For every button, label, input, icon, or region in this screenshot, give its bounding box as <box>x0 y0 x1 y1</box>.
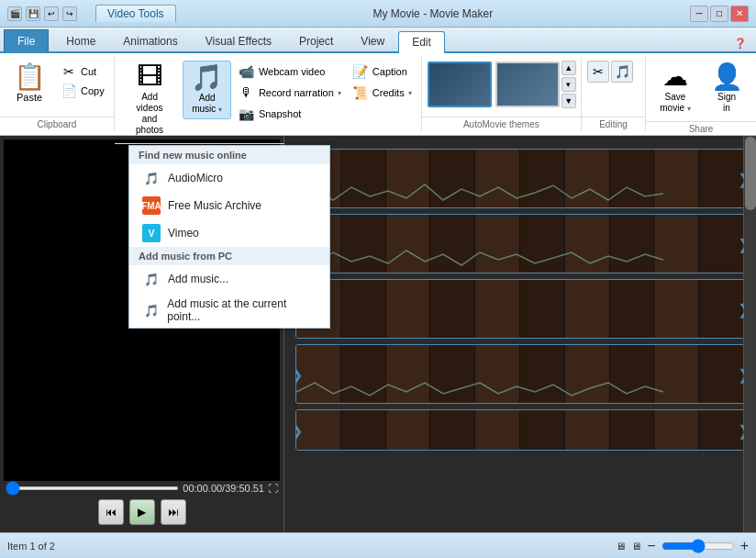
music-edit-button[interactable]: 🎵 <box>611 61 633 83</box>
share-label: Share <box>646 121 756 136</box>
tab-project[interactable]: Project <box>285 29 347 51</box>
main-area: 00:00.00/39:50.51 ⛶ ⏮ ▶ ⏭ <box>0 136 756 532</box>
free-music-archive-item[interactable]: FMA Free Music Archive <box>129 192 329 219</box>
find-music-online-title: Find new music online <box>129 146 329 164</box>
add-videos-icon: 🎞 <box>137 64 162 90</box>
add-videos-button[interactable]: 🎞 Add videosand photos <box>120 61 180 140</box>
maximize-button[interactable]: □ <box>710 6 728 22</box>
video-tools-label: Video Tools <box>95 5 176 22</box>
save-quick-icon[interactable]: 💾 <box>26 6 40 21</box>
add-music-button[interactable]: 🎵 Addmusic ▾ <box>183 61 230 119</box>
share-group: ☁ Savemovie ▾ 👤 Signin Share <box>646 57 756 131</box>
ribbon-tabs: File Home Animations Visual Effects Proj… <box>0 28 756 53</box>
status-item-text: Item 1 of 2 <box>7 541 55 552</box>
monitor-icon-2: 🖥 <box>631 541 641 552</box>
zoom-slider[interactable] <box>662 539 735 553</box>
tab-view[interactable]: View <box>347 29 398 51</box>
status-right: 🖥 🖥 − + <box>616 538 749 554</box>
webcam-label: Webcam video <box>259 66 326 77</box>
add-music-label: Addmusic ▾ <box>192 93 222 115</box>
close-button[interactable]: ✕ <box>730 6 749 22</box>
webcam-icon: 📹 <box>239 64 255 79</box>
save-movie-label: Savemovie ▾ <box>660 92 690 114</box>
zoom-minus-button[interactable]: − <box>647 538 655 554</box>
add-videos-label: Add videosand photos <box>128 92 172 136</box>
snapshot-label: Snapshot <box>259 108 301 119</box>
preview-time-bar: 00:00.00/39:50.51 ⛶ <box>4 481 280 496</box>
copy-label: Copy <box>81 85 105 96</box>
add-music-icon: 🎵 <box>191 65 223 91</box>
undo-icon[interactable]: ↩ <box>44 6 59 21</box>
window-controls[interactable]: ─ □ ✕ <box>690 6 749 22</box>
record-icon: 🎙 <box>239 85 255 100</box>
snapshot-icon: 📷 <box>239 106 255 121</box>
film-strip-2[interactable] <box>295 214 745 273</box>
trim-button[interactable]: ✂ <box>587 61 609 83</box>
preview-slider[interactable] <box>6 486 179 490</box>
caption-button[interactable]: 📝 Caption <box>349 62 416 81</box>
credits-dropdown-arrow: ▾ <box>408 89 412 97</box>
theme-2[interactable] <box>495 61 560 107</box>
editing-label: Editing <box>582 117 645 131</box>
copy-icon: 📄 <box>61 84 77 98</box>
prev-frame-button[interactable]: ⏮ <box>98 499 124 525</box>
film-strip-1[interactable] <box>295 149 745 208</box>
redo-icon[interactable]: ↪ <box>62 6 77 21</box>
tab-edit[interactable]: Edit <box>398 31 445 53</box>
clipboard-label: Clipboard <box>0 117 114 131</box>
cut-icon: ✂ <box>61 64 77 79</box>
automovie-label: AutoMovie themes <box>422 117 581 131</box>
audiomicro-icon: 🎵 <box>142 169 161 187</box>
record-narration-label: Record narration <box>259 87 334 98</box>
tab-home[interactable]: Home <box>52 29 109 51</box>
preview-controls: ⏮ ▶ ⏭ <box>4 496 280 529</box>
next-frame-button[interactable]: ⏭ <box>161 499 186 525</box>
zoom-plus-button[interactable]: + <box>740 538 749 554</box>
sign-in-button[interactable]: 👤 Signin <box>703 61 750 117</box>
sign-in-label: Signin <box>717 92 736 114</box>
ribbon: 📋 Paste ✂ Cut 📄 Copy Clipboard 🎞 Add vid… <box>0 53 756 136</box>
timeline-scrollbar[interactable] <box>743 136 756 532</box>
help-button[interactable]: ❓ <box>728 36 752 51</box>
theme-scroll-dropdown[interactable]: ▾ <box>561 77 576 92</box>
vimeo-item[interactable]: V Vimeo <box>129 219 329 247</box>
tab-file[interactable]: File <box>4 29 49 51</box>
copy-button[interactable]: 📄 Copy <box>57 82 108 100</box>
cut-button[interactable]: ✂ Cut <box>57 62 108 81</box>
editing-group: ✂ 🎵 Editing <box>582 57 646 131</box>
snapshot-button[interactable]: 📷 Snapshot <box>235 105 345 123</box>
theme-scroll-up[interactable]: ▲ <box>561 61 576 75</box>
paste-button[interactable]: 📋 Paste <box>6 61 53 106</box>
timeline-scroll-thumb[interactable] <box>745 137 756 210</box>
theme-scroll-down[interactable]: ▼ <box>561 94 576 108</box>
credits-icon: 📜 <box>352 85 369 100</box>
play-button[interactable]: ▶ <box>129 499 155 525</box>
film-strip-5[interactable] <box>295 409 745 451</box>
audiomicro-item[interactable]: 🎵 AudioMicro <box>129 164 329 192</box>
timeline-area[interactable] <box>284 136 756 532</box>
tab-visual-effects[interactable]: Visual Effects <box>192 29 285 51</box>
film-strip-3[interactable] <box>295 279 745 339</box>
window-title: My Movie - Movie Maker <box>176 7 690 20</box>
save-movie-button[interactable]: ☁ Savemovie ▾ <box>651 61 699 117</box>
tab-animations[interactable]: Animations <box>109 29 191 51</box>
add-music-dropdown: Find new music online 🎵 AudioMicro FMA F… <box>128 145 330 329</box>
add-music-current-item[interactable]: 🎵 Add music at the current point... <box>129 293 329 328</box>
title-bar-icons: 🎬 💾 ↩ ↪ <box>7 6 77 21</box>
credits-button[interactable]: 📜 Credits ▾ <box>349 84 416 102</box>
status-bar: Item 1 of 2 🖥 🖥 − + <box>0 532 756 558</box>
free-music-archive-label: Free Music Archive <box>168 199 261 212</box>
film-strip-4[interactable] <box>295 344 745 404</box>
audiomicro-label: AudioMicro <box>168 172 223 184</box>
add-music-item[interactable]: 🎵 Add music... <box>129 265 329 293</box>
automovie-themes-group: ▲ ▾ ▼ AutoMovie themes <box>422 57 582 131</box>
add-from-pc-title: Add music from PC <box>129 247 329 265</box>
save-movie-icon: ☁ <box>662 64 688 90</box>
webcam-button[interactable]: 📹 Webcam video <box>235 62 345 81</box>
theme-1[interactable] <box>428 61 492 107</box>
record-narration-button[interactable]: 🎙 Record narration ▾ <box>235 84 345 102</box>
minimize-button[interactable]: ─ <box>690 6 708 22</box>
expand-icon[interactable]: ⛶ <box>268 483 278 494</box>
monitor-icon: 🖥 <box>616 541 626 552</box>
credits-label: Credits <box>372 87 405 98</box>
